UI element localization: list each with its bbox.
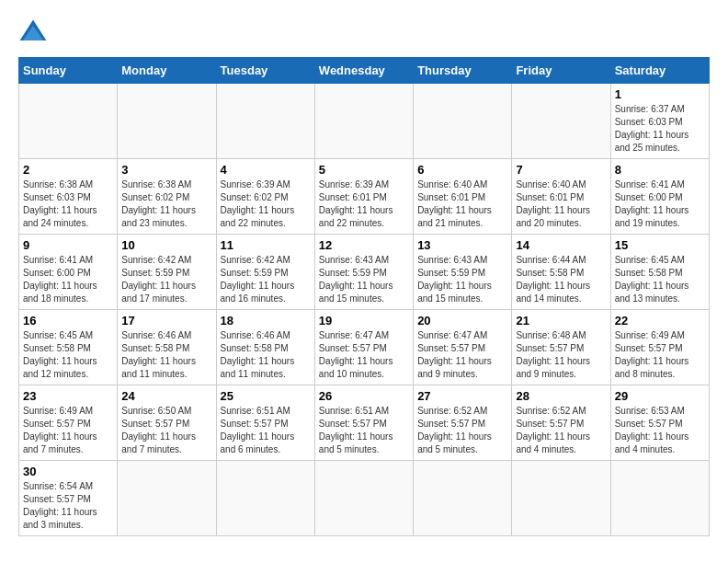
calendar-cell (314, 461, 413, 536)
day-number: 2 (23, 163, 113, 177)
day-number: 25 (221, 389, 311, 403)
calendar-header: SundayMondayTuesdayWednesdayThursdayFrid… (19, 58, 710, 84)
day-info: Sunrise: 6:46 AM Sunset: 5:58 PM Dayligh… (121, 329, 211, 381)
day-info: Sunrise: 6:39 AM Sunset: 6:02 PM Dayligh… (221, 178, 311, 230)
day-number: 20 (417, 314, 507, 327)
day-number: 8 (615, 163, 705, 177)
day-info: Sunrise: 6:38 AM Sunset: 6:02 PM Dayligh… (121, 178, 211, 230)
calendar-cell: 28Sunrise: 6:52 AM Sunset: 5:57 PM Dayli… (512, 385, 610, 461)
calendar-cell (314, 84, 413, 159)
calendar-body: 1Sunrise: 6:37 AM Sunset: 6:03 PM Daylig… (19, 84, 710, 536)
day-info: Sunrise: 6:43 AM Sunset: 5:59 PM Dayligh… (417, 254, 507, 305)
calendar-week-row: 23Sunrise: 6:49 AM Sunset: 5:57 PM Dayli… (19, 385, 710, 461)
day-number: 21 (516, 314, 606, 327)
calendar-cell: 24Sunrise: 6:50 AM Sunset: 5:57 PM Dayli… (118, 385, 216, 461)
day-info: Sunrise: 6:39 AM Sunset: 6:01 PM Dayligh… (319, 178, 409, 230)
calendar-cell: 25Sunrise: 6:51 AM Sunset: 5:57 PM Dayli… (216, 385, 314, 461)
day-number: 24 (121, 389, 211, 403)
day-info: Sunrise: 6:42 AM Sunset: 5:59 PM Dayligh… (221, 254, 311, 305)
day-info: Sunrise: 6:51 AM Sunset: 5:57 PM Dayligh… (221, 405, 311, 456)
calendar-cell: 26Sunrise: 6:51 AM Sunset: 5:57 PM Dayli… (314, 385, 413, 461)
calendar-cell: 1Sunrise: 6:37 AM Sunset: 6:03 PM Daylig… (610, 84, 709, 159)
calendar-week-row: 30Sunrise: 6:54 AM Sunset: 5:57 PM Dayli… (19, 461, 710, 536)
day-number: 22 (615, 314, 705, 327)
day-info: Sunrise: 6:41 AM Sunset: 6:00 PM Dayligh… (615, 178, 705, 230)
day-number: 9 (23, 238, 113, 252)
day-info: Sunrise: 6:51 AM Sunset: 5:57 PM Dayligh… (319, 405, 409, 456)
calendar-table: SundayMondayTuesdayWednesdayThursdayFrid… (18, 57, 710, 536)
day-header-row: SundayMondayTuesdayWednesdayThursdayFrid… (19, 58, 710, 84)
calendar-cell: 7Sunrise: 6:40 AM Sunset: 6:01 PM Daylig… (512, 159, 610, 235)
calendar-cell: 27Sunrise: 6:52 AM Sunset: 5:57 PM Dayli… (414, 385, 512, 461)
day-number: 14 (516, 238, 606, 252)
day-number: 11 (221, 238, 311, 252)
day-info: Sunrise: 6:44 AM Sunset: 5:58 PM Dayligh… (516, 254, 606, 305)
day-info: Sunrise: 6:37 AM Sunset: 6:03 PM Dayligh… (615, 103, 705, 155)
day-number: 16 (23, 314, 113, 327)
day-of-week-header: Tuesday (216, 58, 314, 84)
logo (18, 18, 53, 48)
day-info: Sunrise: 6:52 AM Sunset: 5:57 PM Dayligh… (417, 405, 507, 456)
day-number: 28 (516, 389, 606, 403)
day-info: Sunrise: 6:38 AM Sunset: 6:03 PM Dayligh… (23, 178, 113, 230)
calendar-cell (414, 84, 512, 159)
calendar-cell (118, 84, 216, 159)
calendar-cell: 8Sunrise: 6:41 AM Sunset: 6:00 PM Daylig… (610, 159, 709, 235)
day-info: Sunrise: 6:45 AM Sunset: 5:58 PM Dayligh… (615, 254, 705, 305)
calendar-cell (216, 84, 314, 159)
calendar-cell: 4Sunrise: 6:39 AM Sunset: 6:02 PM Daylig… (216, 159, 314, 235)
day-info: Sunrise: 6:54 AM Sunset: 5:57 PM Dayligh… (23, 480, 113, 532)
day-info: Sunrise: 6:50 AM Sunset: 5:57 PM Dayligh… (121, 405, 211, 456)
day-number: 30 (23, 465, 113, 478)
calendar-cell (414, 461, 512, 536)
calendar-cell: 22Sunrise: 6:49 AM Sunset: 5:57 PM Dayli… (610, 310, 709, 385)
day-number: 1 (615, 87, 705, 101)
day-number: 15 (615, 238, 705, 252)
day-number: 29 (615, 389, 705, 403)
calendar-cell: 13Sunrise: 6:43 AM Sunset: 5:59 PM Dayli… (414, 235, 512, 310)
day-info: Sunrise: 6:53 AM Sunset: 5:57 PM Dayligh… (615, 405, 705, 456)
day-number: 12 (319, 238, 409, 252)
calendar-cell: 3Sunrise: 6:38 AM Sunset: 6:02 PM Daylig… (118, 159, 216, 235)
calendar-cell: 18Sunrise: 6:46 AM Sunset: 5:58 PM Dayli… (216, 310, 314, 385)
day-info: Sunrise: 6:40 AM Sunset: 6:01 PM Dayligh… (417, 178, 507, 230)
day-number: 7 (516, 163, 606, 177)
day-info: Sunrise: 6:40 AM Sunset: 6:01 PM Dayligh… (516, 178, 606, 230)
calendar-cell (216, 461, 314, 536)
calendar-cell: 29Sunrise: 6:53 AM Sunset: 5:57 PM Dayli… (610, 385, 709, 461)
calendar-cell: 6Sunrise: 6:40 AM Sunset: 6:01 PM Daylig… (414, 159, 512, 235)
day-info: Sunrise: 6:47 AM Sunset: 5:57 PM Dayligh… (319, 329, 409, 381)
calendar-week-row: 9Sunrise: 6:41 AM Sunset: 6:00 PM Daylig… (19, 235, 710, 310)
calendar-cell: 2Sunrise: 6:38 AM Sunset: 6:03 PM Daylig… (19, 159, 118, 235)
calendar-week-row: 1Sunrise: 6:37 AM Sunset: 6:03 PM Daylig… (19, 84, 710, 159)
calendar-cell: 20Sunrise: 6:47 AM Sunset: 5:57 PM Dayli… (414, 310, 512, 385)
day-number: 10 (121, 238, 211, 252)
day-of-week-header: Wednesday (314, 58, 413, 84)
day-number: 13 (417, 238, 507, 252)
calendar-cell: 21Sunrise: 6:48 AM Sunset: 5:57 PM Dayli… (512, 310, 610, 385)
calendar-cell (19, 84, 118, 159)
day-info: Sunrise: 6:43 AM Sunset: 5:59 PM Dayligh… (319, 254, 409, 305)
calendar-cell: 23Sunrise: 6:49 AM Sunset: 5:57 PM Dayli… (19, 385, 118, 461)
calendar-cell: 11Sunrise: 6:42 AM Sunset: 5:59 PM Dayli… (216, 235, 314, 310)
day-number: 26 (319, 389, 409, 403)
calendar-cell: 5Sunrise: 6:39 AM Sunset: 6:01 PM Daylig… (314, 159, 413, 235)
calendar-week-row: 16Sunrise: 6:45 AM Sunset: 5:58 PM Dayli… (19, 310, 710, 385)
day-number: 5 (319, 163, 409, 177)
day-number: 6 (417, 163, 507, 177)
day-number: 19 (319, 314, 409, 327)
day-info: Sunrise: 6:48 AM Sunset: 5:57 PM Dayligh… (516, 329, 606, 381)
day-number: 17 (121, 314, 211, 327)
calendar-cell: 10Sunrise: 6:42 AM Sunset: 5:59 PM Dayli… (118, 235, 216, 310)
calendar-cell: 17Sunrise: 6:46 AM Sunset: 5:58 PM Dayli… (118, 310, 216, 385)
calendar-cell (512, 84, 610, 159)
day-of-week-header: Thursday (414, 58, 512, 84)
day-info: Sunrise: 6:41 AM Sunset: 6:00 PM Dayligh… (23, 254, 113, 305)
day-number: 3 (121, 163, 211, 177)
day-info: Sunrise: 6:46 AM Sunset: 5:58 PM Dayligh… (221, 329, 311, 381)
calendar-cell: 9Sunrise: 6:41 AM Sunset: 6:00 PM Daylig… (19, 235, 118, 310)
calendar-cell: 30Sunrise: 6:54 AM Sunset: 5:57 PM Dayli… (19, 461, 118, 536)
day-info: Sunrise: 6:47 AM Sunset: 5:57 PM Dayligh… (417, 329, 507, 381)
day-info: Sunrise: 6:42 AM Sunset: 5:59 PM Dayligh… (121, 254, 211, 305)
day-info: Sunrise: 6:49 AM Sunset: 5:57 PM Dayligh… (23, 405, 113, 456)
